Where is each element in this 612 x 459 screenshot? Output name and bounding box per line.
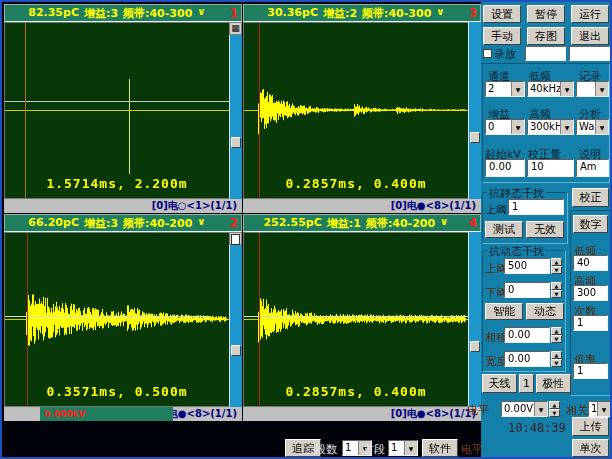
scrollbar-thumb[interactable] — [470, 132, 480, 143]
waveform-panel-4: 252.55pC 增益:1 频带:40-200 ∨ 4 0.2857ms, 0.… — [243, 214, 481, 421]
scrollbar-track[interactable] — [229, 35, 242, 199]
antenna-value[interactable]: 1 — [519, 374, 534, 393]
invalid-button[interactable]: 无效 — [526, 221, 564, 238]
highfreq-select[interactable]: 300kHz▼ — [527, 119, 574, 135]
save-image-button[interactable]: 存图 — [527, 27, 565, 45]
phase-spinner[interactable]: ▲▼ — [551, 327, 562, 343]
analysis-select[interactable]: Wave▼ — [576, 119, 609, 135]
amplitude-scrollbar[interactable] — [468, 232, 481, 407]
dropdown-arrow-icon[interactable]: ▼ — [560, 82, 573, 96]
correlation-label: 相关 — [566, 403, 588, 418]
dropdown-arrow-icon[interactable]: ▼ — [597, 402, 610, 416]
waveform-display[interactable]: 0.2857ms, 0.400m — [243, 232, 468, 407]
record-play-checkbox[interactable] — [483, 49, 492, 58]
panel-3-status-bar: [0]电●<8>(1/1) — [243, 199, 481, 213]
channel-select[interactable]: 2▼ — [485, 81, 525, 97]
record-input-1[interactable] — [525, 46, 566, 61]
dyn-lower-field[interactable]: 0 — [504, 282, 550, 298]
dropdown-arrow-icon[interactable]: ▼ — [511, 82, 524, 96]
note-field[interactable]: Am — [576, 159, 609, 177]
dyn-lower-spinner[interactable]: ▲▼ — [551, 282, 562, 298]
calibrate-button[interactable]: 校正 — [572, 188, 609, 207]
segments-label: 段数 — [315, 442, 337, 457]
digital-button[interactable]: 数字 — [573, 215, 608, 233]
run-button[interactable]: 运行 — [571, 5, 609, 23]
first-segment-select[interactable]: 1▼ — [388, 440, 418, 456]
dropdown-arrow-icon[interactable]: ▼ — [595, 82, 608, 96]
ratio-field[interactable]: 1 — [573, 363, 608, 379]
correction-field[interactable]: 10 — [527, 159, 574, 177]
dropdown-arrow-icon[interactable]: ▼ — [534, 402, 547, 416]
charge-reading: 252.55pC — [263, 216, 321, 231]
panel-3-body: 0.2857ms, 0.400m — [243, 22, 481, 199]
scrollbar-thumb[interactable] — [231, 137, 241, 148]
waveform-display[interactable]: 0.2857ms, 0.400m — [243, 22, 468, 199]
panel-2-body: 0.3571ms, 0.500m — [4, 232, 242, 407]
startkv-field[interactable]: 0.00 — [485, 159, 525, 177]
scrollbar-thumb[interactable] — [470, 341, 480, 352]
app-window: 82.35pC 增益:3 频带:40-300 ∨ 1 1.5714ms, 2.2… — [0, 0, 612, 459]
waveform-display[interactable]: 1.5714ms, 2.200m — [4, 22, 229, 199]
grid-icon[interactable]: ▦ — [229, 22, 242, 35]
scrollbar-thumb[interactable] — [231, 345, 241, 356]
gain-setting: 增益:3 — [84, 216, 118, 231]
chevron-down-icon[interactable]: ∨ — [436, 6, 444, 21]
dyn-upper-spinner[interactable]: ▲▼ — [551, 258, 562, 274]
width-spinner[interactable]: ▲▼ — [551, 351, 562, 367]
amplitude-scrollbar[interactable] — [229, 232, 242, 407]
charge-reading: 66.20pC — [28, 216, 79, 231]
test-button[interactable]: 测试 — [485, 221, 523, 238]
scrollbar-track[interactable] — [229, 245, 242, 407]
antenna-button[interactable]: 天线 — [482, 374, 517, 393]
chevron-down-icon[interactable]: ∨ — [197, 216, 205, 231]
dynamic-button[interactable]: 动态 — [526, 303, 564, 320]
smart-button[interactable]: 智能 — [485, 303, 523, 320]
chevron-down-icon[interactable]: ∨ — [440, 216, 448, 231]
dropdown-arrow-icon[interactable]: ▼ — [595, 120, 608, 134]
dyn-upper-field[interactable]: 500 — [504, 258, 550, 274]
scrollbar-track[interactable] — [468, 232, 481, 407]
amplitude-scrollbar[interactable]: ▦ — [229, 22, 242, 199]
upper-threshold-label: 上阈 — [485, 202, 507, 217]
count-field[interactable]: 1 — [573, 315, 608, 331]
panel-4-body: 0.2857ms, 0.400m — [243, 232, 481, 407]
right-column-group: 数字 低频 40 高频 300 次数 1 倍率 1 — [570, 210, 611, 396]
waveform-canvas[interactable] — [5, 23, 229, 198]
exit-button[interactable]: 退出 — [571, 27, 609, 45]
status-text: [0]电●<8>(1/1) — [391, 199, 481, 213]
settings-button[interactable]: 设置 — [483, 5, 521, 23]
waveform-canvas[interactable] — [244, 23, 468, 198]
width-field[interactable]: 0.00 — [504, 351, 550, 367]
record-play-label: 录放 — [494, 47, 516, 62]
channel-number-badge: 2 — [230, 216, 238, 230]
dropdown-arrow-icon[interactable]: ▼ — [511, 120, 524, 134]
band-setting: 频带:40-300 — [123, 6, 192, 21]
single-button[interactable]: 单次 — [572, 439, 609, 457]
level-spinner[interactable]: ▲▼ — [549, 401, 560, 417]
upper-threshold-field[interactable]: 1 — [508, 199, 564, 215]
level-select[interactable]: 0.00V▼ — [501, 401, 548, 417]
col-highfreq-field[interactable]: 300 — [573, 285, 608, 301]
record-select[interactable]: ▼ — [576, 81, 609, 97]
polarity-button[interactable]: 极性 — [536, 374, 571, 393]
correlation-select[interactable]: 1▼ — [588, 401, 611, 417]
lowfreq-select[interactable]: 40kHz▼ — [527, 81, 574, 97]
dropdown-arrow-icon[interactable]: ▼ — [560, 120, 573, 134]
file-icon[interactable] — [229, 232, 242, 245]
phase-field[interactable]: 0.00 — [504, 327, 550, 343]
manual-button[interactable]: 手动 — [483, 27, 521, 45]
pause-button[interactable]: 暂停 — [527, 5, 565, 23]
gain-select[interactable]: 0▼ — [485, 119, 525, 135]
waveform-canvas[interactable] — [5, 233, 229, 406]
upload-button[interactable]: 上传 — [572, 417, 609, 436]
waveform-canvas[interactable] — [244, 233, 468, 406]
scrollbar-track[interactable] — [468, 22, 481, 199]
amplitude-scrollbar[interactable] — [468, 22, 481, 199]
anti-static-group: 抗静态干扰 上阈 1 测试 无效 — [482, 192, 568, 244]
waveform-display[interactable]: 0.3571ms, 0.500m — [4, 232, 229, 407]
dropdown-arrow-icon[interactable]: ▼ — [404, 441, 417, 455]
chevron-down-icon[interactable]: ∨ — [197, 6, 205, 21]
col-lowfreq-field[interactable]: 40 — [573, 255, 608, 271]
software-button[interactable]: 软件 — [422, 439, 458, 457]
record-input-2[interactable] — [569, 46, 610, 61]
